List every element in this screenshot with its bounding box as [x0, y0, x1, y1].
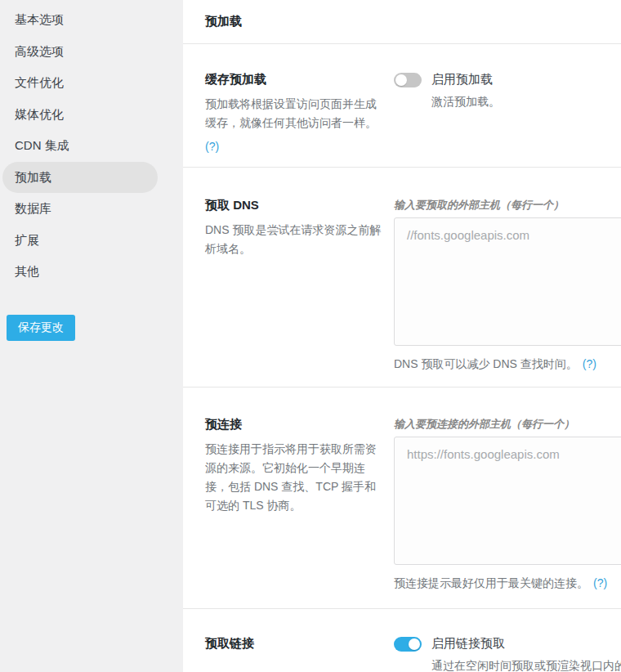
prefetch-links-info: 预取链接 [205, 636, 394, 672]
prefetch-dns-help-link[interactable]: (?) [583, 357, 596, 370]
preconnect-textarea-label: 输入要预连接的外部主机（每行一个） [394, 417, 621, 432]
sidebar-item-advanced-options[interactable]: 高级选项 [2, 36, 158, 68]
sidebar-item-cdn-integration[interactable]: CDN 集成 [2, 130, 158, 162]
cache-preload-help-link[interactable]: (?) [205, 140, 219, 153]
prefetch-dns-helper-text: DNS 预取可以减少 DNS 查找时间。 [394, 357, 578, 370]
preconnect-label: 预连接 [205, 417, 394, 432]
prefetch-dns-info: 预取 DNS DNS 预取是尝试在请求资源之前解析域名。 [205, 198, 394, 387]
page-title: 预加载 [205, 14, 242, 29]
section-preconnect: 预连接 预连接用于指示将用于获取所需资源的来源。它初始化一个早期连接，包括 DN… [183, 388, 621, 609]
prefetch-dns-description: DNS 预取是尝试在请求资源之前解析域名。 [205, 221, 385, 258]
prefetch-dns-textarea-label: 输入要预取的外部主机（每行一个） [394, 198, 621, 213]
main-content: 预加载 缓存预加载 预加载将根据设置访问页面并生成缓存，就像任何其他访问者一样。… [183, 0, 621, 672]
prefetch-dns-textarea[interactable] [394, 217, 621, 346]
cache-preload-description: 预加载将根据设置访问页面并生成缓存，就像任何其他访问者一样。 [205, 95, 385, 132]
toggle-knob [409, 638, 420, 650]
sidebar-nav: 基本选项 高级选项 文件优化 媒体优化 CDN 集成 预加载 数据库 扩展 其他 [0, 4, 183, 288]
prefetch-dns-helper: DNS 预取可以减少 DNS 查找时间。(?) [394, 357, 621, 372]
prefetch-links-toggle-label: 启用链接预取 [431, 636, 505, 652]
preconnect-info: 预连接 预连接用于指示将用于获取所需资源的来源。它初始化一个早期连接，包括 DN… [205, 417, 394, 608]
cache-preload-toggle[interactable] [394, 73, 422, 87]
cache-preload-info: 缓存预加载 预加载将根据设置访问页面并生成缓存，就像任何其他访问者一样。 (?) [205, 72, 394, 167]
settings-app: 基本选项 高级选项 文件优化 媒体优化 CDN 集成 预加载 数据库 扩展 其他… [0, 0, 621, 672]
prefetch-links-toggle-help: 通过在空闲时间预取或预渲染视口内的链接 [431, 659, 621, 672]
prefetch-links-control: 启用链接预取 通过在空闲时间预取或预渲染视口内的链接 [394, 636, 621, 672]
cache-preload-label: 缓存预加载 [205, 72, 394, 87]
section-prefetch-links: 预取链接 启用链接预取 通过在空闲时间预取或预渲染视口内的链接 [183, 609, 621, 672]
cache-preload-toggle-label: 启用预加载 [431, 72, 493, 87]
prefetch-dns-label: 预取 DNS [205, 198, 394, 213]
cache-preload-toggle-row: 启用预加载 [394, 72, 621, 87]
prefetch-dns-control: 输入要预取的外部主机（每行一个） DNS 预取可以减少 DNS 查找时间。(?) [394, 198, 621, 387]
preconnect-helper: 预连接提示最好仅用于最关键的连接。(?) [394, 576, 621, 591]
cache-preload-control: 启用预加载 激活预加载。 [394, 72, 621, 167]
sidebar-item-preload[interactable]: 预加载 [2, 162, 158, 194]
section-cache-preload: 缓存预加载 预加载将根据设置访问页面并生成缓存，就像任何其他访问者一样。 (?)… [183, 44, 621, 168]
preconnect-description: 预连接用于指示将用于获取所需资源的来源。它初始化一个早期连接，包括 DNS 查找… [205, 440, 385, 515]
sidebar-item-database[interactable]: 数据库 [2, 193, 158, 225]
sidebar-item-extensions[interactable]: 扩展 [2, 225, 158, 257]
section-prefetch-dns: 预取 DNS DNS 预取是尝试在请求资源之前解析域名。 输入要预取的外部主机（… [183, 168, 621, 388]
prefetch-links-toggle[interactable] [394, 637, 422, 652]
preconnect-textarea[interactable] [394, 437, 621, 565]
sidebar-item-basic-options[interactable]: 基本选项 [2, 4, 158, 36]
sidebar-item-other[interactable]: 其他 [2, 256, 158, 288]
prefetch-links-label: 预取链接 [205, 636, 394, 652]
preconnect-helper-text: 预连接提示最好仅用于最关键的连接。 [394, 576, 588, 589]
prefetch-links-toggle-row: 启用链接预取 [394, 636, 621, 652]
preconnect-help-link[interactable]: (?) [593, 576, 607, 589]
page-header: 预加载 [183, 0, 621, 44]
sidebar-item-media-optimization[interactable]: 媒体优化 [2, 99, 158, 131]
sidebar-item-file-optimization[interactable]: 文件优化 [2, 67, 158, 99]
toggle-knob [395, 74, 407, 86]
save-changes-button[interactable]: 保存更改 [7, 315, 75, 341]
cache-preload-toggle-help: 激活预加载。 [431, 95, 621, 110]
sidebar: 基本选项 高级选项 文件优化 媒体优化 CDN 集成 预加载 数据库 扩展 其他… [0, 0, 183, 672]
preconnect-control: 输入要预连接的外部主机（每行一个） 预连接提示最好仅用于最关键的连接。(?) [394, 417, 621, 608]
